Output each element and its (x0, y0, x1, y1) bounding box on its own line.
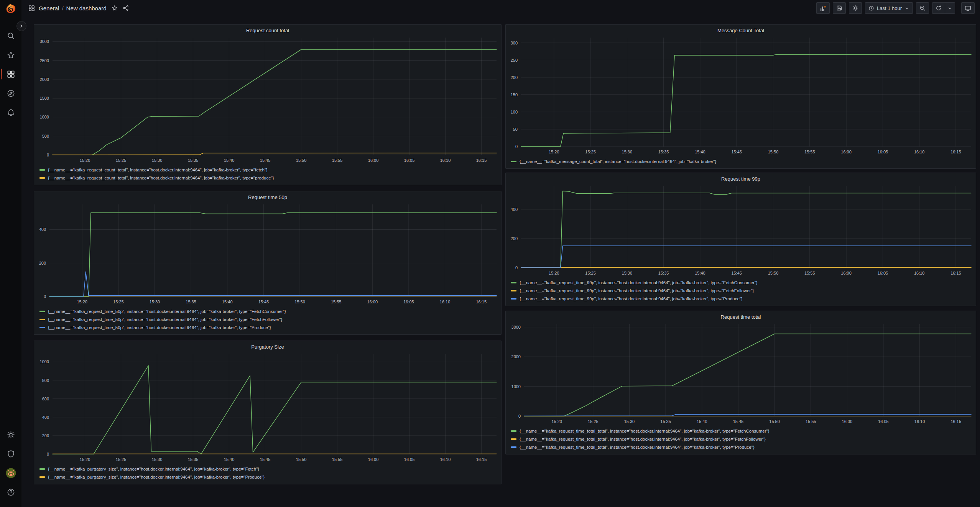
legend-item[interactable]: {__name__="kafka_purgatory_size", instan… (39, 473, 500, 481)
y-tick-label: 150 (511, 92, 518, 97)
panel-title: Request time 99p (721, 176, 760, 182)
x-tick-label: 15:25 (113, 300, 124, 304)
monitor-icon (965, 5, 971, 12)
time-series-chart[interactable]: 010002000300015:2015:2515:3015:3515:4015… (506, 321, 976, 426)
bar-chart-plus-icon (820, 5, 826, 12)
panel-header[interactable]: Message Count Total (506, 25, 976, 35)
panel-header[interactable]: Request time 99p (506, 173, 976, 183)
panel: Purgatory Size0200400600800100015:2015:2… (34, 341, 502, 484)
legend-series-label: {__name__="kafka_purgatory_size", instan… (48, 467, 259, 471)
save-dashboard-button[interactable] (833, 2, 846, 14)
time-series-chart[interactable]: 020040015:2015:2515:3015:3515:4015:4515:… (34, 201, 501, 306)
sidebar-item-settings[interactable] (0, 425, 21, 444)
zoom-out-time-button[interactable] (916, 2, 929, 14)
legend-series-swatch (39, 468, 45, 470)
refresh-dashboard-button[interactable] (932, 2, 945, 14)
x-tick-label: 15:20 (80, 158, 90, 163)
time-series-chart[interactable]: 05001000150020002500300015:2015:2515:301… (34, 35, 501, 165)
grafana-logo[interactable] (4, 3, 17, 16)
x-tick-label: 16:05 (878, 150, 888, 154)
legend-item[interactable]: {__name__="kafka_message_count_total", i… (511, 157, 974, 165)
compass-icon (7, 89, 15, 97)
sidebar-item-alerting[interactable] (0, 103, 21, 122)
legend-item[interactable]: {__name__="kafka_request_count_total", i… (39, 174, 500, 182)
panel-header[interactable]: Request count total (34, 25, 501, 35)
legend-item[interactable]: {__name__="kafka_request_time_99p", inst… (511, 295, 974, 303)
sidebar-item-help[interactable] (0, 482, 21, 502)
legend-item[interactable]: {__name__="kafka_request_time_50p", inst… (39, 307, 500, 315)
legend-item[interactable]: {__name__="kafka_request_time_50p", inst… (39, 315, 500, 323)
kiosk-mode-button[interactable] (961, 2, 975, 14)
time-series-chart[interactable]: 020040015:2015:2515:3015:3515:4015:4515:… (506, 183, 976, 278)
x-tick-label: 15:25 (585, 150, 596, 154)
x-tick-label: 16:10 (914, 150, 925, 154)
sidebar-expand-button[interactable] (16, 21, 26, 31)
legend-item[interactable]: {__name__="kafka_purgatory_size", instan… (39, 465, 500, 473)
star-icon (112, 5, 118, 11)
y-tick-label: 1000 (40, 115, 49, 119)
share-dashboard-button[interactable] (123, 5, 129, 11)
x-tick-label: 15:40 (224, 457, 235, 462)
panel-header[interactable]: Purgatory Size (34, 341, 501, 351)
chart-svg: 05001000150020002500300015:2015:2515:301… (34, 35, 501, 165)
chevron-down-icon (947, 6, 952, 11)
series-line (521, 246, 971, 268)
dashboard-settings-button[interactable] (849, 2, 862, 14)
legend-item[interactable]: {__name__="kafka_request_time_50p", inst… (39, 323, 500, 331)
chart-svg: 05010015020025030015:2015:2515:3015:3515… (506, 35, 976, 156)
x-tick-label: 16:10 (440, 158, 451, 163)
search-icon (7, 32, 15, 40)
chart-legend: {__name__="kafka_message_count_total", i… (506, 156, 976, 168)
time-range-picker[interactable]: Last 1 hour (865, 2, 913, 14)
legend-series-label: {__name__="kafka_request_time_50p", inst… (48, 309, 286, 314)
legend-item[interactable]: {__name__="kafka_request_time_total_tota… (511, 435, 974, 443)
legend-series-swatch (39, 311, 45, 312)
sidebar-item-starred[interactable] (0, 45, 21, 64)
x-tick-label: 15:20 (77, 300, 87, 304)
sidebar-item-explore[interactable] (0, 84, 21, 103)
refresh-interval-dropdown[interactable] (945, 2, 955, 14)
x-tick-label: 16:05 (403, 300, 414, 304)
breadcrumb-folder[interactable]: General (39, 5, 59, 12)
legend-item[interactable]: {__name__="kafka_request_time_99p", inst… (511, 278, 974, 286)
x-tick-label: 16:15 (476, 300, 487, 304)
time-series-chart[interactable]: 05010015020025030015:2015:2515:3015:3515… (506, 35, 976, 156)
x-tick-label: 15:25 (116, 457, 127, 462)
time-series-chart[interactable]: 0200400600800100015:2015:2515:3015:3515:… (34, 351, 501, 464)
x-tick-label: 16:05 (404, 158, 415, 163)
refresh-button-group (932, 2, 955, 14)
dashboard-canvas: Request count total050010001500200025003… (21, 16, 980, 507)
time-range-label: Last 1 hour (877, 5, 902, 11)
x-tick-label: 15:30 (624, 419, 635, 424)
y-tick-label: 200 (42, 433, 49, 438)
panel-header[interactable]: Request time total (506, 311, 976, 321)
chart-legend: {__name__="kafka_request_time_total_tota… (506, 426, 976, 454)
legend-item[interactable]: {__name__="kafka_request_time_total_tota… (511, 443, 974, 451)
x-tick-label: 15:45 (260, 158, 271, 163)
x-tick-label: 16:15 (476, 158, 487, 163)
y-tick-label: 600 (42, 397, 49, 401)
y-tick-label: 1000 (511, 384, 521, 389)
x-tick-label: 16:15 (950, 150, 961, 154)
sidebar-item-dashboards[interactable] (0, 64, 21, 84)
panel: Request time 99p020040015:2015:2515:3015… (505, 173, 976, 306)
legend-series-label: {__name__="kafka_request_time_total_tota… (520, 429, 770, 433)
panel: Request time total010002000300015:2015:2… (505, 311, 976, 454)
add-panel-button[interactable] (816, 2, 830, 14)
y-tick-label: 500 (42, 134, 49, 138)
panel-title: Request time total (721, 314, 761, 320)
star-dashboard-button[interactable] (112, 5, 118, 11)
sidebar-item-server-admin[interactable] (0, 444, 21, 463)
chart-svg: 020040015:2015:2515:3015:3515:4015:4515:… (506, 183, 976, 278)
sidebar-item-profile[interactable] (0, 463, 21, 482)
x-tick-label: 16:05 (878, 271, 888, 275)
magnifier-minus-icon (919, 5, 926, 11)
series-line (524, 334, 971, 416)
x-tick-label: 15:50 (768, 150, 779, 154)
series-line (53, 365, 497, 454)
legend-item[interactable]: {__name__="kafka_request_count_total", i… (39, 166, 500, 174)
breadcrumb-dashboard-title[interactable]: New dashboard (66, 5, 107, 12)
legend-item[interactable]: {__name__="kafka_request_time_99p", inst… (511, 286, 974, 295)
panel-header[interactable]: Request time 50p (34, 191, 501, 201)
legend-item[interactable]: {__name__="kafka_request_time_total_tota… (511, 427, 974, 435)
